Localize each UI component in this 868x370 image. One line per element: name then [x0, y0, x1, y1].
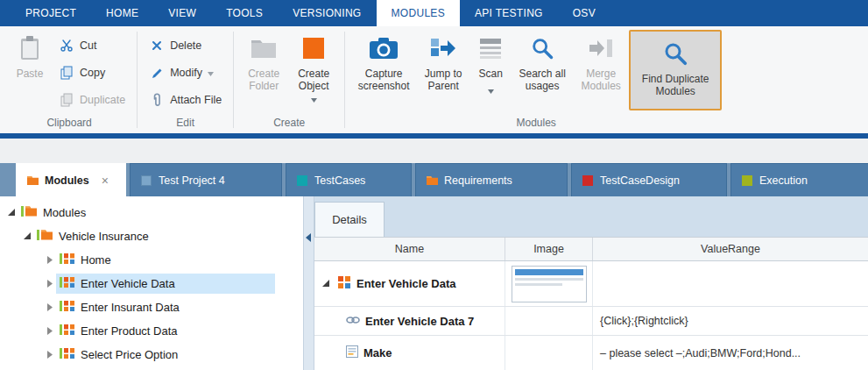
collapsed-icon[interactable]	[44, 303, 56, 311]
cut-button[interactable]: Cut	[53, 34, 131, 57]
group-label-modules: Modules	[345, 115, 727, 133]
delete-button[interactable]: Delete	[143, 34, 228, 57]
camera-icon	[369, 33, 399, 63]
create-object-button[interactable]: Create Object	[288, 28, 339, 105]
jump-to-parent-icon	[430, 33, 456, 63]
menu-modules[interactable]: MODULES	[377, 0, 460, 26]
thumbnail-header-bar	[515, 269, 583, 275]
column-header-image[interactable]: Image	[505, 238, 593, 260]
expanded-icon[interactable]	[5, 209, 18, 217]
menu-tools[interactable]: TOOLS	[211, 0, 278, 26]
tab-details[interactable]: Details	[314, 202, 385, 237]
merge-arrows-icon	[588, 33, 614, 63]
thumbnail-content-line	[515, 283, 563, 286]
row-name: Enter Vehicle Data	[356, 277, 455, 290]
module-icon	[337, 276, 351, 291]
group-label-edit: Edit	[138, 115, 233, 133]
modify-button[interactable]: Modify	[143, 61, 228, 84]
collapsed-icon[interactable]	[44, 280, 56, 288]
ribbon-group-clipboard: Paste Cut Copy	[2, 26, 137, 133]
tree-item-label: Modules	[43, 206, 86, 219]
jump-to-parent-label: Jump to Parent	[420, 68, 466, 92]
paste-button[interactable]: Paste	[7, 28, 53, 80]
tree-item-enter-vehicle-data[interactable]: Enter Vehicle Data	[0, 272, 303, 295]
scanner-icon	[478, 33, 503, 63]
close-icon[interactable]: ×	[102, 174, 109, 188]
menu-versioning[interactable]: VERSIONING	[278, 0, 376, 26]
tab-test-project-4[interactable]: Test Project 4	[130, 163, 282, 196]
modify-label: Modify	[170, 67, 202, 79]
ribbon-group-edit: Delete Modify	[138, 26, 233, 133]
duplicate-button[interactable]: Duplicate	[53, 89, 131, 111]
application-window: PROJECT HOME VIEW TOOLS VERSIONING MODUL…	[0, 0, 868, 370]
menu-osv[interactable]: OSV	[558, 0, 610, 26]
magnifier-icon	[662, 39, 688, 68]
thumbnail-content-line	[515, 278, 583, 281]
tree-item-enter-product-data[interactable]: Enter Product Data	[0, 319, 303, 343]
dropdown-arrow-icon	[208, 67, 214, 79]
screenshot-thumbnail[interactable]	[512, 266, 587, 302]
find-duplicate-modules-label: Find Duplicate Modules	[634, 73, 716, 97]
panel-splitter[interactable]	[303, 196, 314, 370]
scan-button[interactable]: Scan	[469, 28, 512, 96]
tab-execution[interactable]: Execution	[730, 163, 868, 196]
search-all-usages-button[interactable]: Search all usages	[512, 28, 573, 92]
tab-label: Execution	[759, 174, 808, 187]
paste-label: Paste	[17, 68, 44, 80]
tab-testcases[interactable]: TestCases	[286, 163, 412, 196]
pencil-icon	[149, 68, 165, 79]
copy-button[interactable]: Copy	[53, 61, 131, 84]
module-icon	[60, 324, 75, 338]
tab-modules[interactable]: Modules ×	[16, 163, 126, 196]
expanded-icon[interactable]	[21, 232, 33, 240]
module-tree: Modules Vehicle Insurance	[0, 196, 303, 370]
menu-api-testing[interactable]: API TESTING	[460, 0, 558, 26]
table-row[interactable]: Enter Vehicle Data 7 {Click};{Rightclick…	[314, 307, 868, 336]
ribbon-group-modules: Capture screenshot Jump to Parent Scan	[345, 26, 727, 133]
column-header-valuerange[interactable]: ValueRange	[593, 238, 868, 260]
find-duplicate-modules-button[interactable]: Find Duplicate Modules	[629, 30, 722, 110]
tab-testcasedesign[interactable]: TestCaseDesign	[571, 163, 727, 196]
capture-screenshot-button[interactable]: Capture screenshot	[350, 28, 417, 92]
tree-item-select-price-option[interactable]: Select Price Option	[0, 343, 303, 366]
expanded-icon[interactable]	[320, 280, 332, 288]
search-all-usages-label: Search all usages	[515, 68, 569, 92]
edit-small-buttons: Delete Modify	[143, 28, 228, 111]
tab-label: Test Project 4	[159, 174, 225, 187]
column-header-name[interactable]: Name	[314, 238, 505, 260]
tree-item-enter-insurant-data[interactable]: Enter Insurant Data	[0, 295, 303, 319]
attach-file-button[interactable]: Attach File	[143, 89, 228, 111]
menu-project[interactable]: PROJECT	[11, 0, 91, 26]
create-folder-button[interactable]: Create Folder	[239, 28, 288, 92]
tree-item-label: Enter Vehicle Data	[81, 277, 175, 290]
tab-label: TestCaseDesign	[600, 174, 680, 187]
jump-to-parent-button[interactable]: Jump to Parent	[417, 28, 469, 92]
ribbon-group-create: Create Folder Create Object Create	[234, 26, 344, 133]
execution-icon	[742, 175, 752, 186]
spacer	[0, 139, 868, 163]
testcases-icon	[297, 175, 307, 186]
duplicate-icon	[59, 93, 74, 107]
collapsed-icon[interactable]	[44, 351, 56, 359]
table-row[interactable]: Make – please select –;Audi;BMW;Ford;Hon…	[314, 336, 868, 370]
menu-home[interactable]: HOME	[91, 0, 153, 26]
merge-modules-button[interactable]: Merge Modules	[573, 28, 629, 92]
dropdown-arrow-icon	[488, 84, 494, 96]
tree-item-modules-root[interactable]: Modules	[0, 201, 303, 224]
collapsed-icon[interactable]	[44, 327, 56, 335]
orange-folder-icon	[27, 175, 38, 186]
collapsed-icon[interactable]	[44, 256, 56, 264]
tree-item-label: Home	[81, 253, 111, 267]
menu-view[interactable]: VIEW	[153, 0, 211, 26]
row-valuerange: {Click};{Rightclick}	[593, 307, 868, 335]
dropdown-arrow-icon	[311, 93, 317, 105]
ribbon-toolbar: Paste Cut Copy	[0, 26, 868, 133]
tab-requirements[interactable]: Requirements	[415, 163, 568, 196]
collapse-panel-icon[interactable]	[306, 230, 311, 245]
tree-item-label: Enter Insurant Data	[81, 301, 180, 314]
tree-item-vehicle-insurance[interactable]: Vehicle Insurance	[0, 224, 303, 248]
testcasedesign-icon	[582, 175, 593, 186]
tree-item-home[interactable]: Home	[0, 248, 303, 272]
table-row[interactable]: Enter Vehicle Data	[314, 261, 868, 307]
main-content: Modules Vehicle Insurance	[0, 196, 868, 370]
